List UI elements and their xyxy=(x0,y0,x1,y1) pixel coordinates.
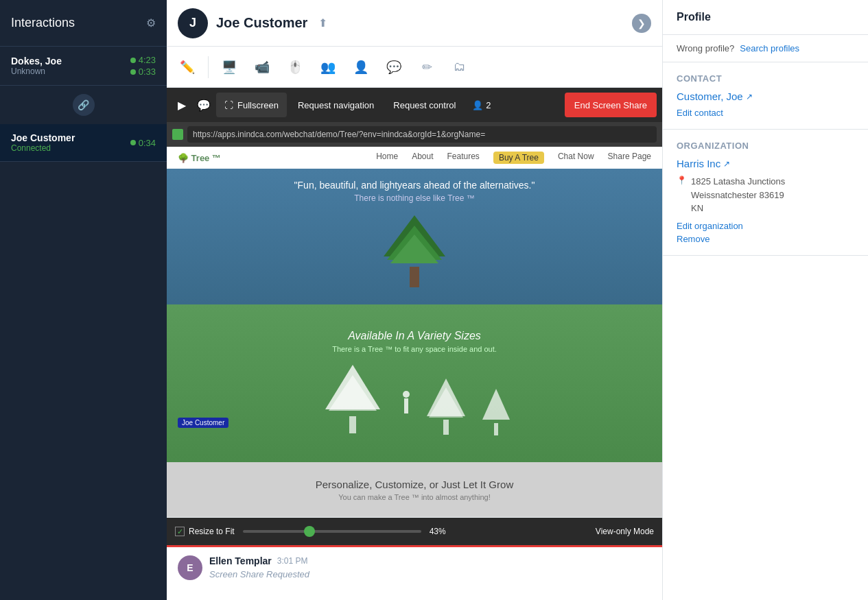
svg-marker-14 xyxy=(482,389,510,420)
contact-section-title: Contact xyxy=(677,73,854,84)
nav-share[interactable]: Share Page xyxy=(608,152,651,164)
contact-right-dokes: 4:23 0:33 xyxy=(130,55,156,77)
org-section-title: Organization xyxy=(677,141,854,151)
contact-section: Contact Customer, Joe ↗ Edit contact xyxy=(663,62,868,130)
resize-label: Resize to Fit xyxy=(189,527,235,536)
screen-share-container: ▶ 💬 ⛶ Fullscreen Request navigation Requ… xyxy=(167,88,662,600)
website-gray-section: Personalize, Customize, or Just Let It G… xyxy=(167,462,662,517)
svg-rect-8 xyxy=(404,398,408,413)
address-text: 1825 Latasha Junctions Weissnatchester 8… xyxy=(691,175,785,215)
team-icon[interactable]: 👥 xyxy=(313,52,343,82)
edit-contact-link[interactable]: Edit contact xyxy=(677,108,854,118)
gear-icon[interactable]: ⚙ xyxy=(146,16,156,29)
top-header: J Joe Customer ⬆ ❯ xyxy=(167,0,662,47)
website-blue-section: 🌳 Tree ™ Home About Features Buy A Tree … xyxy=(167,147,662,304)
cobrowse-icon[interactable]: 🖱️ xyxy=(280,52,310,82)
chat-avatar: E xyxy=(178,555,202,580)
pen-icon[interactable]: ✏️ xyxy=(172,52,202,82)
divider-row: 🔗 xyxy=(0,86,167,124)
chat-message: Screen Share Requested xyxy=(209,569,309,579)
location-icon: 📍 xyxy=(677,176,687,215)
contact-name-joe: Joe Customer xyxy=(11,132,75,143)
remove-org-link[interactable]: Remove xyxy=(677,234,854,244)
gray-sub: You can make a Tree ™ into almost anythi… xyxy=(338,493,491,501)
green-title: Available In A Variety Sizes xyxy=(348,330,481,342)
collapse-button[interactable]: ❯ xyxy=(632,14,651,33)
external-link-arrow: ↗ xyxy=(746,92,753,101)
nav-buy[interactable]: Buy A Tree xyxy=(493,152,544,164)
profile-header: Profile xyxy=(663,0,868,35)
request-navigation-button[interactable]: Request navigation xyxy=(290,93,382,117)
svg-rect-0 xyxy=(410,267,419,287)
toolbar-separator xyxy=(208,56,209,78)
contact-item-joe[interactable]: Joe Customer Connected 0:34 xyxy=(0,124,167,162)
contact-time-joe: 0:34 xyxy=(130,138,156,148)
svg-point-7 xyxy=(403,391,410,398)
favicon xyxy=(172,129,183,140)
end-screen-share-button[interactable]: End Screen Share xyxy=(565,93,657,117)
contact-name-dokes: Dokes, Joe xyxy=(11,56,62,67)
calendar-icon[interactable]: 🗂 xyxy=(445,52,475,82)
sidebar: Interactions ⚙ Dokes, Joe Unknown 4:23 0… xyxy=(0,0,167,600)
status-dot2 xyxy=(130,69,136,75)
organization-section: Organization Harris Inc ↗ 📍 1825 Latasha… xyxy=(663,130,868,256)
wrong-profile-row: Wrong profile? Search profiles xyxy=(677,43,854,53)
contact-sub-dokes: Unknown xyxy=(11,67,62,76)
nav-home[interactable]: Home xyxy=(376,152,398,164)
request-control-button[interactable]: Request control xyxy=(385,93,464,117)
resize-check: ✓ Resize to Fit xyxy=(175,527,235,536)
chat-content: Ellen Templar 3:01 PM Screen Share Reque… xyxy=(209,555,309,592)
participants-count: 👤 2 xyxy=(467,100,496,110)
fullscreen-icon: ⛶ xyxy=(224,100,233,110)
zoom-slider[interactable] xyxy=(243,530,421,533)
nav-about[interactable]: About xyxy=(412,152,433,164)
video-icon[interactable]: 📹 xyxy=(247,52,277,82)
bottom-bar: ✓ Resize to Fit 43% View-only Mode xyxy=(167,518,662,545)
org-address: 📍 1825 Latasha Junctions Weissnatchester… xyxy=(677,175,854,215)
chat-bubble-icon[interactable]: 💬 xyxy=(194,95,213,115)
contact-item-dokes[interactable]: Dokes, Joe Unknown 4:23 0:33 xyxy=(0,47,167,86)
trees-container: 6ft xyxy=(318,361,511,437)
fullscreen-button[interactable]: ⛶ Fullscreen xyxy=(216,93,287,117)
nav-chat[interactable]: Chat Now xyxy=(558,152,594,164)
url-bar xyxy=(167,122,662,147)
avatar: J xyxy=(178,8,208,38)
person-icon-sm: 👤 xyxy=(472,100,483,110)
edit-icon[interactable]: ✏ xyxy=(412,52,442,82)
cursor-icon[interactable]: ▶ xyxy=(172,95,191,115)
edit-org-link[interactable]: Edit organization xyxy=(677,221,854,231)
wrong-profile-section: Wrong profile? Search profiles xyxy=(663,35,868,62)
contact-name-link[interactable]: Customer, Joe ↗ xyxy=(677,91,854,102)
website-nav: 🌳 Tree ™ Home About Features Buy A Tree … xyxy=(167,147,662,169)
url-input[interactable] xyxy=(187,126,657,143)
green-sub: There is a Tree ™ to fit any space insid… xyxy=(332,345,497,353)
toolbar: ✏️ 🖥️ 📹 🖱️ 👥 👤 💬 ✏ 🗂 xyxy=(167,47,662,88)
website-logo: 🌳 Tree ™ xyxy=(178,153,221,163)
contact-left-joe: Joe Customer Connected xyxy=(11,132,75,153)
nav-features[interactable]: Features xyxy=(447,152,480,164)
export-icon[interactable]: ⬆ xyxy=(318,16,327,29)
person-icon[interactable]: 👤 xyxy=(346,52,376,82)
quote-icon[interactable]: 💬 xyxy=(379,52,409,82)
contact-time1-dokes: 4:23 xyxy=(130,55,156,65)
sidebar-title: Interactions xyxy=(11,16,75,30)
zoom-percent: 43% xyxy=(430,527,446,536)
screenshare-icon[interactable]: 🖥️ xyxy=(214,52,244,82)
status-dot xyxy=(130,58,136,63)
header-name: Joe Customer xyxy=(216,15,307,31)
cursor-label: Joe Customer xyxy=(178,418,228,428)
screen-share-toolbar: ▶ 💬 ⛶ Fullscreen Request navigation Requ… xyxy=(167,88,662,122)
small-tree xyxy=(480,385,511,437)
sidebar-header: Interactions ⚙ xyxy=(0,0,167,47)
wrong-profile-label: Wrong profile? xyxy=(677,43,734,53)
link-icon: 🔗 xyxy=(73,94,95,116)
search-profiles-link[interactable]: Search profiles xyxy=(740,43,799,53)
right-panel: Profile Wrong profile? Search profiles C… xyxy=(662,0,868,600)
small-person: 6ft xyxy=(401,389,412,437)
resize-checkbox[interactable]: ✓ xyxy=(175,527,185,536)
website-tagline: "Fun, beautiful, and lightyears ahead of… xyxy=(294,180,535,191)
svg-rect-10 xyxy=(443,420,449,435)
contact-left: Dokes, Joe Unknown xyxy=(11,56,62,76)
org-name-link[interactable]: Harris Inc ↗ xyxy=(677,158,854,169)
website-green-section: Available In A Variety Sizes There is a … xyxy=(167,304,662,462)
